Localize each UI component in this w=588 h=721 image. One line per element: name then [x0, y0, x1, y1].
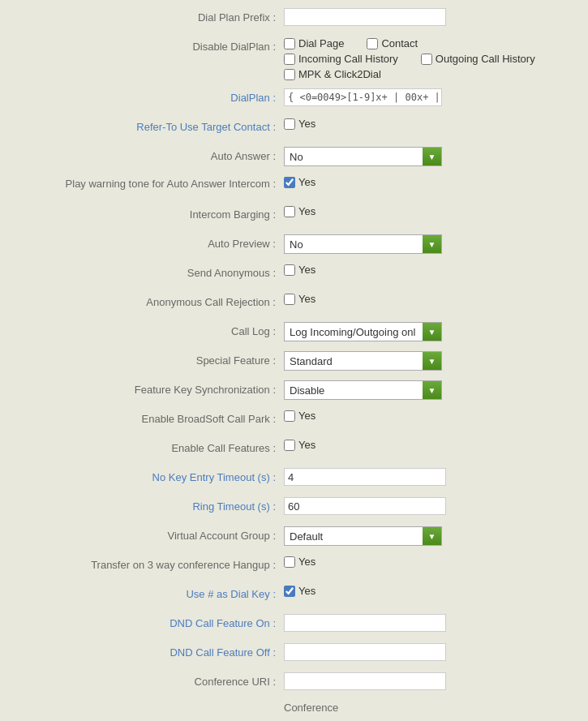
broadsoft-call-park-checkbox[interactable]: [284, 410, 295, 422]
enable-call-features-yes-group: Yes: [284, 439, 315, 451]
dnd-call-feature-on-label: DND Call Feature On :: [16, 614, 284, 629]
auto-answer-row: Auto Answer : No Yes: [16, 147, 572, 170]
auto-preview-select[interactable]: No Yes: [284, 234, 442, 254]
conference-bottom-row: Conference: [16, 702, 572, 721]
disable-dialplan-control: Dial Page Contact Incoming Call History …: [284, 37, 572, 82]
dialplan-input[interactable]: [284, 88, 442, 106]
send-anonymous-control: Yes: [284, 264, 572, 276]
dial-plan-prefix-control: [284, 8, 572, 26]
incoming-call-history-checkbox[interactable]: [284, 54, 295, 65]
send-anonymous-yes-group: Yes: [284, 264, 315, 276]
no-key-entry-timeout-control: [284, 468, 572, 486]
transfer-3way-control: Yes: [284, 556, 572, 568]
auto-answer-select[interactable]: No Yes: [284, 147, 442, 166]
virtual-account-group-select-wrapper: Default: [284, 526, 442, 546]
call-log-select-wrapper: Log Incoming/Outgoing onl Disable Log Al…: [284, 322, 442, 341]
conference-bottom-area: Conference: [284, 702, 572, 714]
anonymous-call-rejection-row: Anonymous Call Rejection : Yes: [16, 293, 572, 315]
dnd-call-feature-on-input[interactable]: [284, 614, 446, 632]
send-anonymous-checkbox[interactable]: [284, 264, 295, 276]
disable-dialplan-line2: Incoming Call History Outgoing Call Hist…: [284, 53, 572, 65]
dial-plan-prefix-label: Dial Plan Prefix :: [16, 8, 284, 24]
auto-preview-label: Auto Preview :: [16, 234, 284, 250]
broadsoft-call-park-control: Yes: [284, 410, 572, 422]
intercom-barging-label: Intercom Barging :: [16, 205, 284, 221]
call-log-control: Log Incoming/Outgoing onl Disable Log Al…: [284, 322, 572, 341]
intercom-barging-yes-group: Yes: [284, 205, 315, 217]
dialplan-label: DialPlan :: [16, 88, 284, 104]
intercom-barging-checkbox[interactable]: [284, 206, 295, 217]
special-feature-label: Special Feature :: [16, 351, 284, 367]
no-key-entry-timeout-input[interactable]: [284, 468, 446, 486]
special-feature-control: Standard BroadSoft XMPP: [284, 351, 572, 371]
dnd-call-feature-off-row: DND Call Feature Off :: [16, 643, 572, 666]
play-warning-checkbox[interactable]: [284, 177, 295, 188]
feature-key-sync-select[interactable]: Disable Enable: [284, 380, 442, 400]
conference-bottom-label: [16, 702, 284, 705]
feature-key-sync-select-wrapper: Disable Enable: [284, 380, 442, 400]
disable-dialplan-line1: Dial Page Contact: [284, 37, 572, 49]
conference-uri-row: Conference URI :: [16, 672, 572, 695]
dial-plan-prefix-input[interactable]: [284, 8, 446, 26]
special-feature-select-wrapper: Standard BroadSoft XMPP: [284, 351, 442, 371]
conference-label: Conference: [284, 702, 338, 714]
outgoing-call-history-checkbox[interactable]: [421, 54, 432, 65]
disable-dialplan-row: Disable DialPlan : Dial Page Contact Inc…: [16, 37, 572, 82]
auto-preview-select-wrapper: No Yes: [284, 234, 442, 254]
dial-page-group: Dial Page: [284, 37, 344, 49]
no-key-entry-timeout-row: No Key Entry Timeout (s) :: [16, 468, 572, 491]
conference-uri-input[interactable]: [284, 672, 446, 690]
play-warning-yes-group: Yes: [284, 176, 315, 188]
auto-preview-control: No Yes: [284, 234, 572, 254]
dial-page-checkbox[interactable]: [284, 38, 295, 49]
broadsoft-call-park-label: Enable BroadSoft Call Park :: [16, 410, 284, 425]
no-key-entry-timeout-label: No Key Entry Timeout (s) :: [16, 468, 284, 483]
use-hash-dial-label: Use # as Dial Key :: [16, 585, 284, 600]
virtual-account-group-control: Default: [284, 526, 572, 546]
refer-to-use-checkbox[interactable]: [284, 118, 295, 130]
call-log-select[interactable]: Log Incoming/Outgoing onl Disable Log Al…: [284, 322, 442, 341]
auto-answer-select-wrapper: No Yes: [284, 147, 442, 166]
broadsoft-call-park-yes-group: Yes: [284, 410, 315, 422]
mpk-click2dial-group: MPK & Click2Dial: [284, 68, 381, 80]
broadsoft-call-park-yes-label: Yes: [298, 410, 315, 422]
intercom-barging-row: Intercom Barging : Yes: [16, 205, 572, 228]
disable-dialplan-line3: MPK & Click2Dial: [284, 68, 572, 80]
special-feature-select[interactable]: Standard BroadSoft XMPP: [284, 351, 442, 371]
virtual-account-group-select[interactable]: Default: [284, 526, 442, 546]
play-warning-row: Play warning tone for Auto Answer Interc…: [16, 176, 572, 199]
mpk-click2dial-checkbox[interactable]: [284, 69, 295, 80]
transfer-3way-label: Transfer on 3 way conference Hangup :: [16, 556, 284, 571]
special-feature-row: Special Feature : Standard BroadSoft XMP…: [16, 351, 572, 374]
anonymous-call-rejection-yes-label: Yes: [298, 293, 315, 305]
enable-call-features-checkbox[interactable]: [284, 440, 295, 451]
transfer-3way-yes-group: Yes: [284, 556, 315, 568]
refer-to-use-yes-group: Yes: [284, 118, 315, 130]
contact-checkbox[interactable]: [367, 38, 378, 49]
anonymous-call-rejection-checkbox[interactable]: [284, 294, 295, 305]
call-log-row: Call Log : Log Incoming/Outgoing onl Dis…: [16, 322, 572, 345]
incoming-call-history-label: Incoming Call History: [298, 53, 398, 65]
conference-uri-control: [284, 672, 572, 690]
transfer-3way-checkbox[interactable]: [284, 556, 295, 568]
enable-call-features-yes-label: Yes: [298, 439, 315, 451]
ring-timeout-row: Ring Timeout (s) :: [16, 497, 572, 520]
ring-timeout-input[interactable]: [284, 497, 446, 515]
dnd-call-feature-off-input[interactable]: [284, 643, 446, 661]
anonymous-call-rejection-label: Anonymous Call Rejection :: [16, 293, 284, 308]
dialplan-control: [284, 88, 572, 106]
disable-dialplan-label: Disable DialPlan :: [16, 37, 284, 53]
call-log-label: Call Log :: [16, 322, 284, 337]
dnd-call-feature-on-control: [284, 614, 572, 632]
enable-call-features-control: Yes: [284, 439, 572, 451]
dialplan-row: DialPlan :: [16, 88, 572, 111]
use-hash-dial-checkbox[interactable]: [284, 586, 295, 597]
feature-key-sync-label: Feature Key Synchronization :: [16, 380, 284, 396]
virtual-account-group-row: Virtual Account Group : Default: [16, 526, 572, 549]
play-warning-control: Yes: [284, 176, 572, 188]
incoming-call-history-group: Incoming Call History: [284, 53, 398, 65]
enable-call-features-label: Enable Call Features :: [16, 439, 284, 454]
refer-to-use-control: Yes: [284, 118, 572, 130]
refer-to-use-row: Refer-To Use Target Contact : Yes: [16, 118, 572, 140]
intercom-barging-control: Yes: [284, 205, 572, 217]
